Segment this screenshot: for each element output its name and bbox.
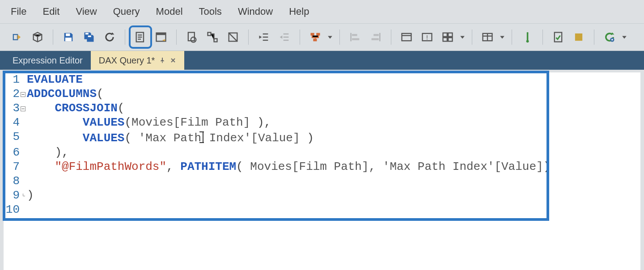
toolbar-separator (391, 30, 391, 45)
code-line[interactable]: EVALUATE (27, 72, 640, 87)
tab-label: DAX Query 1* (99, 55, 155, 66)
relationship-dropdown[interactable] (327, 28, 333, 46)
execute-dropdown[interactable] (621, 28, 627, 46)
fold-gutter[interactable] (20, 72, 27, 87)
fold-gutter[interactable] (20, 130, 27, 145)
toolbar-separator (339, 30, 340, 45)
window-icon[interactable] (398, 28, 415, 46)
line-number: 1 (4, 72, 20, 87)
menu-file[interactable]: File (7, 4, 30, 19)
svg-rect-0 (66, 34, 70, 36)
svg-point-43 (527, 32, 529, 34)
close-icon[interactable] (170, 57, 176, 63)
line-number: 5 (4, 130, 20, 145)
execute-icon[interactable] (601, 28, 619, 46)
connect-icon[interactable] (8, 28, 26, 46)
table-icon[interactable] (479, 28, 496, 46)
toolbar-separator (248, 30, 249, 45)
fold-gutter[interactable] (20, 87, 27, 101)
fold-gutter[interactable] (20, 174, 27, 188)
stop-icon[interactable] (570, 28, 588, 46)
save-icon[interactable] (59, 28, 77, 46)
align-right-icon[interactable] (367, 28, 385, 46)
svg-rect-9 (157, 33, 166, 35)
diagram-icon[interactable] (203, 28, 221, 46)
menu-view[interactable]: View (72, 4, 100, 19)
code-line[interactable]: CROSSJOIN( (27, 101, 640, 115)
menu-tools[interactable]: Tools (195, 4, 225, 19)
tab-dax-query[interactable]: DAX Query 1* (91, 51, 185, 70)
toolbar-separator (53, 30, 53, 45)
toolbar-separator (125, 30, 125, 45)
fold-gutter[interactable] (20, 145, 27, 160)
svg-rect-23 (313, 39, 317, 42)
svg-rect-1 (65, 38, 72, 41)
relationship-icon[interactable] (306, 28, 324, 46)
svg-rect-2 (85, 33, 89, 35)
line-number: 6 (4, 145, 20, 160)
manage-icon[interactable] (439, 28, 457, 46)
refresh-icon[interactable] (101, 28, 119, 46)
fold-gutter[interactable] (20, 101, 27, 115)
indent-icon[interactable] (255, 28, 273, 46)
code-line[interactable]: ), (27, 145, 640, 160)
script-icon[interactable] (183, 28, 201, 46)
svg-rect-22 (316, 33, 320, 36)
toolbar: ! (0, 24, 644, 51)
svg-rect-36 (443, 38, 447, 41)
menu-bar: File Edit View Query Model Tools Window … (0, 0, 644, 24)
deploy-icon[interactable] (29, 28, 47, 46)
menu-query[interactable]: Query (110, 4, 144, 19)
fold-gutter[interactable] (20, 202, 27, 217)
code-line[interactable]: "@FilmPathWords", PATHITEM( Movies[Film … (27, 160, 640, 174)
save-all-icon[interactable] (80, 28, 98, 46)
line-number: 10 (4, 202, 20, 217)
svg-rect-30 (402, 34, 411, 41)
code-editor[interactable]: 1EVALUATE2ADDCOLUMNS(3 CROSSJOIN(4 VALUE… (4, 72, 640, 270)
tab-expression-editor[interactable]: Expression Editor (4, 51, 91, 70)
code-line[interactable] (27, 202, 640, 217)
code-line[interactable] (27, 174, 640, 188)
fold-gutter[interactable] (20, 188, 27, 202)
svg-rect-21 (311, 33, 314, 36)
toolbar-separator (300, 30, 300, 45)
svg-rect-25 (352, 34, 357, 36)
fold-gutter[interactable] (20, 160, 27, 174)
toolbar-separator (542, 30, 543, 45)
code-line[interactable]: VALUES( 'Max Path Index'[Value] ) (27, 130, 640, 145)
run-icon[interactable] (518, 28, 536, 46)
line-number: 7 (4, 160, 20, 174)
table-dropdown[interactable] (499, 28, 505, 46)
warning-window-icon[interactable]: ! (418, 28, 436, 46)
svg-rect-45 (575, 34, 582, 41)
svg-rect-26 (352, 38, 359, 40)
svg-rect-44 (555, 33, 562, 42)
properties-icon[interactable] (224, 28, 242, 46)
doc-check-icon[interactable] (549, 28, 567, 46)
format-code-icon[interactable] (152, 28, 170, 46)
pin-icon[interactable] (159, 57, 165, 63)
new-query-icon[interactable] (131, 28, 149, 46)
line-number: 3 (4, 101, 20, 115)
code-line[interactable]: VALUES(Movies[Film Path] ), (27, 115, 640, 130)
toolbar-separator (512, 30, 512, 45)
outdent-icon[interactable] (275, 28, 293, 46)
menu-window[interactable]: Window (234, 4, 276, 19)
fold-gutter[interactable] (20, 115, 27, 130)
text-cursor (201, 131, 202, 143)
svg-rect-37 (448, 38, 452, 41)
line-number: 9 (4, 188, 20, 202)
toolbar-separator (594, 30, 594, 45)
menu-help[interactable]: Help (285, 4, 313, 19)
menu-model[interactable]: Model (153, 4, 186, 19)
align-left-icon[interactable] (346, 28, 364, 46)
svg-rect-48 (162, 61, 163, 63)
toolbar-separator (176, 30, 177, 45)
manage-dropdown[interactable] (459, 28, 466, 46)
line-number: 4 (4, 115, 20, 130)
menu-edit[interactable]: Edit (39, 4, 63, 19)
code-line[interactable]: ) (27, 188, 640, 202)
svg-rect-3 (88, 36, 91, 38)
toolbar-separator (472, 30, 472, 45)
code-line[interactable]: ADDCOLUMNS( (27, 87, 640, 101)
